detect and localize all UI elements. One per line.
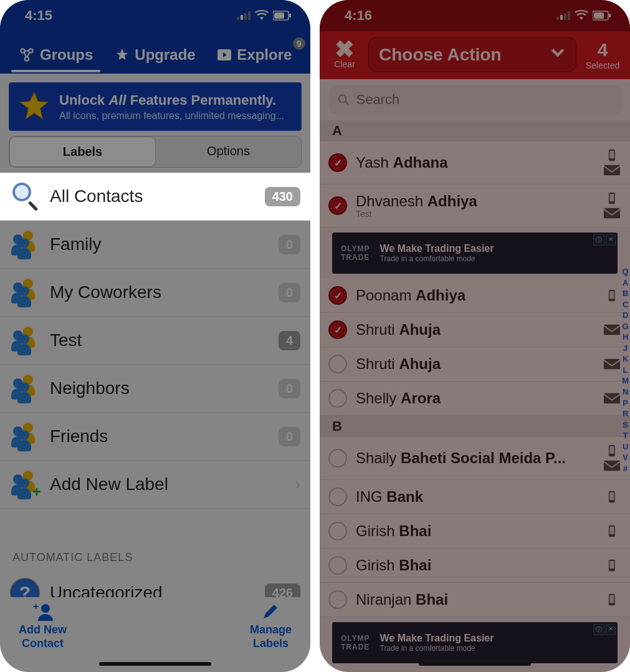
people-icon (10, 421, 40, 451)
content-area: A ✓ Yash Adhana ✓ Dhvanesh AdhiyaTest OL… (320, 85, 630, 663)
svg-rect-15 (604, 165, 620, 176)
chevron-right-icon: › (295, 476, 300, 493)
contact-row[interactable]: ✓ Yash Adhana (320, 142, 630, 185)
seg-options[interactable]: Options (156, 137, 301, 167)
checkbox-icon[interactable] (328, 449, 347, 468)
index-letter[interactable]: A (622, 277, 629, 289)
index-letter[interactable]: U (622, 441, 629, 453)
checkbox-icon[interactable] (328, 556, 347, 575)
checkbox-icon[interactable] (328, 355, 347, 373)
row-coworkers[interactable]: My Coworkers 0 (0, 269, 310, 317)
clear-button[interactable]: ✖ Clear (327, 40, 362, 69)
row-family[interactable]: Family 0 (0, 221, 310, 269)
row-count: 0 (279, 283, 300, 302)
ad-banner[interactable]: OLYMP TRADE We Make Trading Easier Trade… (332, 233, 618, 274)
contact-row[interactable]: ✓ Dhvanesh AdhiyaTest (320, 185, 630, 228)
contact-name: ING Bank (356, 488, 595, 506)
choose-action-button[interactable]: Choose Action (368, 37, 576, 72)
index-letter[interactable]: # (622, 463, 629, 474)
seg-labels[interactable]: Labels (9, 137, 156, 167)
wifi-icon (255, 10, 269, 21)
svg-rect-20 (609, 291, 614, 299)
add-new-contact-button[interactable]: + Add New Contact (19, 602, 67, 650)
contact-row[interactable]: Shelly Arora (320, 382, 630, 416)
row-neighbors[interactable]: Neighbors 0 (0, 365, 310, 413)
index-letter[interactable]: G (622, 321, 629, 332)
checkbox-checked-icon[interactable]: ✓ (328, 196, 347, 215)
tab-groups[interactable]: Groups (6, 40, 105, 70)
alpha-index[interactable]: QABCDGHJKLMNPRSTUV# (622, 266, 629, 474)
row-label: All Contacts (50, 186, 255, 206)
contact-row[interactable]: ✓ Poonam Adhiya (320, 279, 630, 313)
index-letter[interactable]: T (622, 430, 629, 441)
index-letter[interactable]: K (622, 353, 629, 365)
index-letter[interactable]: H (622, 332, 629, 343)
selected-count: 4 Selected (583, 39, 623, 70)
phone-icon (604, 289, 620, 302)
index-letter[interactable]: S (622, 420, 629, 431)
contact-row[interactable]: Girish Bhai (320, 549, 630, 583)
index-letter[interactable]: D (622, 310, 629, 321)
contact-name: Yash Adhana (356, 154, 595, 171)
manage-labels-button[interactable]: Manage Labels (250, 602, 292, 650)
contact-row[interactable]: Shruti Ahuja (320, 347, 630, 382)
mail-icon (604, 164, 620, 176)
contact-row[interactable]: ✓ Shruti Ahuja (320, 313, 630, 347)
unlock-banner[interactable]: Unlock All Features Permanently. All ico… (9, 82, 302, 131)
contact-row[interactable]: Shaily Baheti Social Meida P... (320, 437, 630, 480)
mail-icon (604, 207, 620, 219)
ad-tag[interactable]: ⓘ✕ (593, 624, 616, 635)
home-indicator (419, 662, 531, 666)
index-letter[interactable]: N (622, 386, 629, 398)
phone-icon (604, 525, 620, 537)
index-letter[interactable]: C (622, 299, 629, 310)
checkbox-icon[interactable] (328, 522, 347, 540)
row-all-contacts[interactable]: All Contacts 430 (0, 173, 310, 221)
banner-text: Unlock All Features Permanently. All ico… (59, 92, 284, 122)
checkbox-icon[interactable] (328, 487, 347, 506)
chevron-down-icon (550, 44, 566, 65)
ad-close-icon[interactable]: ✕ (606, 234, 616, 246)
contact-name: Niranjan Bhai (356, 591, 595, 608)
contact-row[interactable]: Girish Bhai (320, 514, 630, 549)
row-test[interactable]: Test 4 (0, 317, 310, 365)
ad-banner[interactable]: OLYMP TRADE We Make Trading Easier Trade… (332, 622, 618, 663)
checkbox-checked-icon[interactable]: ✓ (328, 286, 347, 305)
home-indicator (99, 662, 211, 666)
index-letter[interactable]: R (622, 408, 629, 420)
checkbox-checked-icon[interactable]: ✓ (328, 320, 347, 339)
ad-info-icon[interactable]: ⓘ (593, 234, 604, 246)
tab-upgrade[interactable]: Upgrade (105, 40, 204, 70)
row-add-new-label[interactable]: + Add New Label › (0, 461, 310, 509)
index-letter[interactable]: P (622, 398, 629, 409)
index-letter[interactable]: Q (622, 266, 629, 277)
search-bar[interactable] (328, 85, 621, 114)
phone-icon (604, 559, 620, 572)
people-icon (10, 229, 40, 259)
index-letter[interactable]: L (622, 365, 629, 376)
index-letter[interactable]: B (622, 288, 629, 299)
checkbox-icon[interactable] (328, 389, 347, 408)
ad-info-icon[interactable]: ⓘ (593, 624, 604, 635)
phone-icon (604, 593, 620, 606)
tab-explore[interactable]: Explore 9 (205, 40, 304, 70)
selected-label: Selected (583, 60, 623, 70)
search-input[interactable] (356, 92, 613, 108)
phone-icon (604, 491, 620, 503)
people-icon (10, 373, 40, 403)
svg-rect-14 (609, 151, 614, 158)
checkbox-icon[interactable] (328, 590, 347, 609)
index-letter[interactable]: V (622, 452, 629, 463)
svg-point-12 (339, 95, 346, 102)
checkbox-checked-icon[interactable]: ✓ (328, 153, 347, 172)
contact-row[interactable]: Niranjan Bhai (320, 583, 630, 617)
row-friends[interactable]: Friends 0 (0, 413, 310, 461)
contact-row[interactable]: ING Bank (320, 480, 630, 514)
ad-close-icon[interactable]: ✕ (606, 624, 616, 635)
ad-tag[interactable]: ⓘ✕ (593, 234, 616, 246)
index-letter[interactable]: M (622, 375, 629, 386)
close-icon: ✖ (327, 40, 362, 59)
index-letter[interactable]: J (622, 343, 629, 354)
svg-point-5 (25, 57, 29, 61)
svg-rect-18 (604, 208, 620, 219)
